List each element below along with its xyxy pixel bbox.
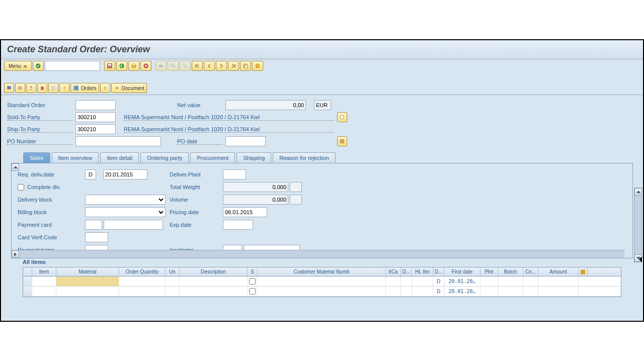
table-row[interactable]: D20.01.20… [23,287,621,297]
display-icon[interactable] [4,83,14,93]
main-vscroll[interactable] [634,188,642,262]
grid-col-header[interactable]: Item [32,267,56,276]
total-weight-field [223,182,288,192]
svg-text:Σ: Σ [104,86,106,90]
card-verif-input[interactable] [85,232,108,242]
grid-col-header[interactable]: Material [56,267,119,276]
complete-dlv-checkbox[interactable] [18,184,24,191]
cancel-icon[interactable] [140,61,151,71]
grid-config-icon[interactable] [579,267,588,276]
svg-text:?: ? [257,64,259,68]
tab-sales[interactable]: Sales [23,152,50,163]
grid-col-header[interactable] [23,267,32,276]
save-icon[interactable] [104,61,115,71]
volume-label: Volume [170,197,220,203]
sold-to-label: Sold-To Party [7,114,72,121]
check-icon[interactable] [33,61,44,71]
pricing-date-input[interactable] [223,207,267,217]
find-icon[interactable] [168,61,179,71]
print-icon[interactable] [155,61,167,71]
grid-col-header[interactable]: ItCa [386,267,401,276]
grid-col-header[interactable]: S [248,267,258,276]
svg-rect-2 [108,64,111,65]
next-page-icon[interactable] [216,61,227,71]
prev-page-icon[interactable] [204,61,215,71]
sigma-icon[interactable]: Σ [100,83,110,93]
grid-col-header[interactable]: Order Quantity [119,267,166,276]
req-deliv-type[interactable] [85,169,96,179]
title-bar: Create Standard Order: Overview [1,40,643,59]
help-icon[interactable]: ? [252,61,263,71]
ship-to-label: Ship-To Party [7,126,72,133]
tab-reason-for-rejection[interactable]: Reason for rejection [273,152,335,163]
header-icon[interactable] [15,83,25,93]
last-page-icon[interactable] [228,61,239,71]
po-date-input[interactable] [225,136,266,146]
grid-col-header[interactable]: Cn... [523,267,538,276]
grid-col-header[interactable]: Batch [498,267,523,276]
payment-card-label: Payment card [18,222,82,228]
grid-col-header[interactable]: Customer Material Numb [258,267,386,276]
currency-field [314,100,331,110]
find-next-icon[interactable] [180,61,191,71]
svg-rect-21 [74,86,75,87]
svg-rect-6 [159,65,163,67]
sales-tab-body: Req. deliv.date Deliver.Plant Complete d… [11,163,633,258]
tab-procurement[interactable]: Procurement [190,152,235,163]
sold-to-input[interactable] [75,112,116,122]
exit-icon[interactable] [128,61,139,71]
po-number-input[interactable] [75,136,161,146]
svg-rect-22 [74,88,75,89]
partner-dialog-icon[interactable] [337,112,347,122]
tab-ordering-party[interactable]: Ordering party [140,152,189,163]
table-row[interactable]: D20.01.20… [23,277,621,287]
grid-col-header[interactable]: Un [166,267,180,276]
deliver-plant-label: Deliver.Plant [170,171,220,177]
grid-col-header[interactable]: HL Itm [412,267,433,276]
delivery-block-label: Delivery block [18,197,82,203]
billing-block-select[interactable] [85,207,166,217]
card-type-input[interactable] [85,220,102,230]
delivery-block-select[interactable] [85,195,166,205]
exp-date-input[interactable] [223,220,253,230]
tab-item-overview[interactable]: Item overview [52,152,99,163]
note-icon[interactable] [48,83,58,93]
tab-item-detail[interactable]: Item detail [100,152,139,163]
new-session-icon[interactable] [240,61,251,71]
req-deliv-label: Req. deliv.date [18,171,82,177]
grid-col-header[interactable]: Description [180,267,248,276]
standard-order-input[interactable] [75,100,116,110]
req-deliv-date[interactable] [103,169,147,179]
tab-shipping[interactable]: Shipping [236,152,271,163]
house-icon[interactable] [37,83,47,93]
svg-point-18 [30,86,32,88]
person-icon[interactable] [26,83,36,93]
net-value-field [225,100,306,110]
grid-col-header[interactable]: Amount [538,267,579,276]
svg-rect-12 [245,65,248,68]
grid-header: ItemMaterialOrder QuantityUnDescriptionS… [23,267,621,277]
scroll-up-icon[interactable] [12,163,19,171]
menu-button[interactable]: Menu [4,61,32,71]
po-date-label: PO date [177,138,222,145]
expand-right-icon[interactable] [639,256,642,262]
first-page-icon[interactable] [192,61,203,71]
grid-col-header[interactable]: Plnt [480,267,498,276]
svg-rect-7 [160,64,163,65]
grid-col-header[interactable]: D... [401,267,412,276]
grid-col-header[interactable]: D... [433,267,444,276]
scroll-right-icon[interactable] [12,250,19,258]
sold-to-text: REMA Supermarkt Nord / Postfach 1020 / D… [124,114,334,121]
ship-to-input[interactable] [75,124,116,134]
orders-button[interactable]: Orders [70,83,99,93]
pin-icon[interactable] [59,83,69,93]
po-search-icon[interactable] [337,136,347,146]
main-scroll-up-icon[interactable] [634,188,642,196]
command-input[interactable] [45,61,100,71]
deliver-plant-input[interactable] [223,169,246,179]
card-number-input[interactable] [104,220,163,230]
back-icon[interactable] [116,61,127,71]
document-button[interactable]: Document [111,83,147,93]
grid-col-header[interactable]: First date [444,267,480,276]
tab-hscroll[interactable] [12,250,624,258]
